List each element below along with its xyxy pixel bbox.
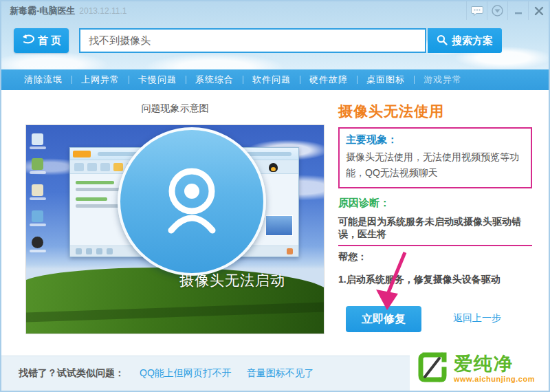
search-button[interactable]: 搜索方案 — [428, 28, 502, 53]
search-icon — [437, 34, 448, 47]
fix-step-1: 1.启动系统服务，修复摄像头设备驱动 — [338, 274, 532, 286]
webcam-badge — [118, 127, 266, 276]
similar-problem-link-volume-icon[interactable]: 音量图标不见了 — [247, 367, 314, 380]
watermark: 爱纯净 www.aichunjing.com — [410, 347, 549, 391]
nav-item-game-issues[interactable]: 游戏异常 — [415, 74, 471, 86]
header: 新毒霸-电脑医生 2013.12.11.1 — [1, 1, 549, 69]
app-version: 2013.12.11.1 — [79, 6, 126, 16]
nav-item-system-general[interactable]: 系统综合 — [186, 74, 243, 86]
watermark-name: 爱纯净 — [454, 355, 535, 373]
titlebar: 新毒霸-电脑医生 2013.12.11.1 — [1, 1, 549, 20]
similar-problem-link-qq-web[interactable]: QQ能上但网页打不开 — [140, 367, 232, 380]
diagnosis-label: 原因诊断： — [338, 197, 532, 210]
home-button[interactable]: 首 页 — [14, 28, 69, 53]
window-controls — [466, 1, 549, 20]
diagnosis-text-line2: 帮您： — [338, 251, 532, 263]
search-row: 首 页 搜索方案 — [1, 20, 549, 69]
diagnosis-text-line1: 可能是因为系统服务未启动或摄像头驱动错误，医生将 — [338, 216, 532, 246]
home-button-label: 首 页 — [38, 34, 61, 47]
video-thumbnail — [265, 215, 293, 236]
desktop-icon — [32, 158, 43, 170]
desktop-icon — [32, 210, 43, 222]
webcam-icon — [151, 159, 233, 244]
nav-item-desktop-icons[interactable]: 桌面图标 — [358, 74, 414, 86]
solution-panel: 摄像头无法使用 主要现象： 摄像头无法使用，无法使用视频预览等功能，QQ无法视频… — [338, 102, 532, 344]
app-window: 新毒霸-电脑医生 2013.12.11.1 — [0, 0, 550, 392]
desktop-icon — [32, 184, 43, 196]
qq-news-badge — [73, 151, 91, 157]
menu-chevron-icon[interactable] — [487, 1, 507, 20]
illustration-caption: 问题现象示意图 — [25, 102, 324, 115]
nav-item-software-issues[interactable]: 软件问题 — [243, 74, 300, 86]
desktop-icon — [32, 237, 43, 248]
search-button-label: 搜索方案 — [452, 34, 493, 47]
illustration-overlay-text: 摄像头无法启动 — [146, 271, 318, 290]
similar-problems-prompt: 找错了？试试类似问题： — [19, 367, 124, 380]
nav-item-network-issues[interactable]: 上网异常 — [72, 74, 129, 86]
nav-item-rogue-cleanup[interactable]: 清除流氓 — [15, 74, 72, 86]
search-input[interactable] — [79, 28, 426, 53]
app-title: 新毒霸-电脑医生 — [10, 5, 75, 17]
problem-title: 摄像头无法使用 — [338, 102, 532, 121]
back-link[interactable]: 返回上一步 — [453, 312, 501, 325]
problem-illustration: 摄像头无法启动 — [25, 124, 324, 334]
main-content: 问题现象示意图 — [1, 90, 549, 356]
nav-item-hardware-faults[interactable]: 硬件故障 — [300, 74, 357, 86]
symptom-box: 主要现象： 摄像头无法使用，无法使用视频预览等功能，QQ无法视频聊天 — [338, 127, 532, 188]
close-icon[interactable] — [528, 1, 549, 20]
fix-now-button[interactable]: 立即修复 — [346, 306, 421, 332]
watermark-logo-icon — [417, 351, 448, 386]
symptom-text: 摄像头无法使用，无法使用视频预览等功能，QQ无法视频聊天 — [346, 149, 525, 181]
watermark-url: www.aichunjing.com — [454, 375, 535, 383]
minimize-icon[interactable] — [507, 1, 528, 20]
category-nav: 清除流氓 上网异常 卡慢问题 系统综合 软件问题 硬件故障 桌面图标 游戏异常 — [1, 69, 549, 90]
desktop-icon — [32, 133, 43, 145]
symptom-label: 主要现象： — [346, 133, 525, 146]
nav-item-slow-lag[interactable]: 卡慢问题 — [129, 74, 186, 86]
home-back-arrow-icon — [21, 34, 35, 47]
qq-penguin-icon — [269, 163, 278, 172]
chat-bubble-icon[interactable] — [466, 1, 487, 20]
